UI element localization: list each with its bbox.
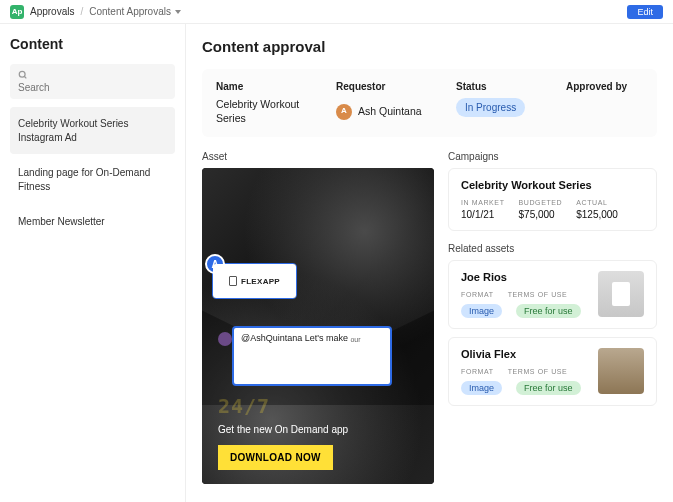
breadcrumb: Ap Approvals / Content Approvals bbox=[10, 5, 181, 19]
format-label: format bbox=[461, 368, 494, 375]
related-asset-joe-rios[interactable]: Joe Rios format terms of use Image Free … bbox=[448, 260, 657, 329]
search-input-wrapper[interactable] bbox=[10, 64, 175, 99]
document-icon bbox=[229, 276, 237, 286]
edit-button[interactable]: Edit bbox=[627, 5, 663, 19]
label-requestor: Requestor bbox=[336, 81, 446, 92]
avatar: A bbox=[336, 104, 352, 120]
format-pill: Image bbox=[461, 304, 502, 318]
info-card: Name Requestor Status Approved by Celebr… bbox=[202, 69, 657, 137]
value-status: In Progress bbox=[456, 98, 556, 125]
related-asset-thumbnail bbox=[598, 271, 644, 317]
related-asset-olivia-flex[interactable]: Olivia Flex format terms of use Image Fr… bbox=[448, 337, 657, 406]
stat-label-inmarket: in market bbox=[461, 199, 505, 206]
stat-value-inmarket: 10/1/21 bbox=[461, 209, 505, 220]
comment-box[interactable]: @AshQuintana Let's make our bbox=[232, 326, 392, 386]
label-name: Name bbox=[216, 81, 326, 92]
download-button[interactable]: DOWNLOAD NOW bbox=[218, 445, 333, 470]
value-approved-by bbox=[566, 98, 643, 125]
asset-preview[interactable]: A FLEXAPP @AshQuintana Let's make our 24… bbox=[202, 168, 434, 484]
requestor-name: Ash Quintana bbox=[358, 105, 422, 119]
stat-value-budgeted: $75,000 bbox=[519, 209, 563, 220]
comment-text: @AshQuintana Let's make bbox=[241, 333, 350, 343]
topbar: Ap Approvals / Content Approvals Edit bbox=[0, 0, 673, 24]
terms-label: terms of use bbox=[508, 368, 568, 375]
related-section-label: Related assets bbox=[448, 243, 657, 254]
crumb-root[interactable]: Approvals bbox=[30, 6, 74, 17]
sidebar-item-celebrity-workout-ad[interactable]: Celebrity Workout Series Instagram Ad bbox=[10, 107, 175, 154]
crumb-current[interactable]: Content Approvals bbox=[89, 6, 181, 17]
stat-label-budgeted: budgeted bbox=[519, 199, 563, 206]
chevron-down-icon bbox=[175, 10, 181, 14]
search-icon bbox=[18, 70, 28, 80]
stat-value-actual: $125,000 bbox=[576, 209, 618, 220]
asset-caption: 24/7 Get the new On Demand app DOWNLOAD … bbox=[218, 394, 418, 470]
related-asset-thumbnail bbox=[598, 348, 644, 394]
terms-label: terms of use bbox=[508, 291, 568, 298]
annotation-box[interactable]: A FLEXAPP bbox=[212, 263, 297, 299]
asset-tagline: Get the new On Demand app bbox=[218, 424, 418, 435]
content-approval-panel: Content approval Name Requestor Status A… bbox=[186, 24, 673, 502]
asset-big-text: 24/7 bbox=[218, 394, 418, 418]
campaigns-section-label: Campaigns bbox=[448, 151, 657, 162]
campaign-title: Celebrity Workout Series bbox=[461, 179, 644, 191]
terms-pill: Free for use bbox=[516, 304, 581, 318]
format-pill: Image bbox=[461, 381, 502, 395]
search-input[interactable] bbox=[18, 82, 167, 93]
svg-point-0 bbox=[19, 71, 25, 77]
format-label: format bbox=[461, 291, 494, 298]
related-asset-name: Olivia Flex bbox=[461, 348, 588, 360]
label-approved-by: Approved by bbox=[566, 81, 643, 92]
label-status: Status bbox=[456, 81, 556, 92]
stat-label-actual: actual bbox=[576, 199, 618, 206]
terms-pill: Free for use bbox=[516, 381, 581, 395]
app-icon: Ap bbox=[10, 5, 24, 19]
sidebar-heading: Content bbox=[10, 36, 175, 52]
sidebar-item-newsletter[interactable]: Member Newsletter bbox=[10, 205, 175, 239]
sidebar-item-landing-page[interactable]: Landing page for On-Demand Fitness bbox=[10, 156, 175, 203]
svg-line-1 bbox=[24, 76, 26, 78]
asset-section-label: Asset bbox=[202, 151, 434, 162]
value-requestor[interactable]: A Ash Quintana bbox=[336, 98, 446, 125]
campaign-card[interactable]: Celebrity Workout Series in market 10/1/… bbox=[448, 168, 657, 231]
annotation-label: FLEXAPP bbox=[241, 277, 280, 286]
sidebar: Content Celebrity Workout Series Instagr… bbox=[0, 24, 186, 502]
status-badge: In Progress bbox=[456, 98, 525, 117]
crumb-current-label: Content Approvals bbox=[89, 6, 171, 17]
comment-sub: our bbox=[350, 336, 360, 343]
related-asset-name: Joe Rios bbox=[461, 271, 588, 283]
breadcrumb-separator: / bbox=[80, 6, 83, 17]
panel-heading: Content approval bbox=[202, 38, 657, 55]
value-name: Celebrity Workout Series bbox=[216, 98, 326, 125]
